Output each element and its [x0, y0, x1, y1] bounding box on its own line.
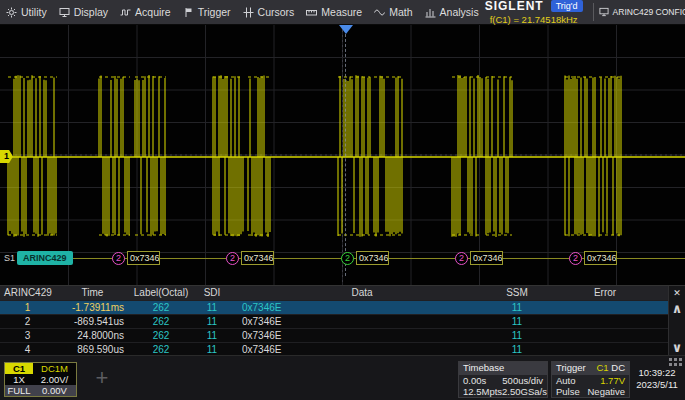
- table-row[interactable]: 1 -1.73911ms 262 11 0x7346E 11: [0, 300, 668, 314]
- trigger-title: Trigger: [556, 362, 586, 375]
- frame-data-value: 0x7346E: [241, 251, 274, 265]
- channel-probe: 1X: [5, 374, 33, 385]
- cell-sdi: 11: [192, 301, 232, 315]
- clock[interactable]: 10:39:22 2023/5/11: [633, 367, 681, 391]
- table-row[interactable]: 3 24.8000ns 262 11 0x7346E 11: [0, 328, 668, 342]
- channel-scale: 2.00V/: [33, 374, 76, 385]
- frame-data-value: 0x7346E: [584, 251, 617, 265]
- utility-gear-icon: [6, 7, 17, 18]
- frequency-counter: f(C1) = 21.74518kHz: [490, 14, 578, 25]
- timebase-box[interactable]: Timebase 0.00s 500us/div 12.5Mpts 2.50GS…: [458, 361, 548, 398]
- decode-source-label: S1: [4, 253, 15, 263]
- cell-sdi: 11: [192, 315, 232, 329]
- menu-label: Cursors: [258, 6, 295, 18]
- cell-time: -1.73911ms: [55, 301, 130, 315]
- menu-measure[interactable]: Measure: [300, 0, 368, 25]
- analysis-chart-icon: [425, 7, 436, 18]
- cell-time: 24.8000ns: [55, 329, 130, 343]
- cell-index: 2: [0, 315, 55, 329]
- channel-coupling: DC1M: [33, 363, 76, 374]
- frame-data-value: 0x7346E: [356, 251, 389, 265]
- frame-data-value: 0x7346E: [127, 251, 160, 265]
- cell-data: 0x7346E: [232, 329, 492, 343]
- col-header-time: Time: [55, 286, 130, 300]
- waveform-grid-svg: [0, 25, 685, 285]
- close-icon[interactable]: ✕: [669, 286, 685, 300]
- decode-frame[interactable]: 20x7346E: [569, 251, 617, 265]
- decode-bus-row: S1 ARINC429 20x7346E20x7346E20x7346E20x7…: [0, 250, 685, 268]
- topbar-right-cluster: SIGLENT Trig'd f(C1) = 21.74518kHz ARINC…: [485, 0, 685, 25]
- menu-display[interactable]: Display: [53, 0, 114, 25]
- decode-frame[interactable]: 20x7346E: [341, 251, 389, 265]
- scroll-down-icon[interactable]: ∨: [669, 341, 685, 355]
- trigger-mode: Auto: [556, 375, 576, 386]
- brand-block: SIGLENT Trig'd f(C1) = 21.74518kHz: [485, 0, 588, 25]
- cell-label: 262: [130, 329, 192, 343]
- table-row[interactable]: 4 869.590us 262 11 0x7346E 11: [0, 342, 668, 356]
- decode-frame[interactable]: 20x7346E: [455, 251, 503, 265]
- col-header-ssm: SSM: [492, 286, 542, 300]
- cell-time: -869.541us: [55, 315, 130, 329]
- menu-label: Display: [74, 6, 108, 18]
- network-grid-icon[interactable]: [669, 358, 682, 368]
- channel-offset: 0.00V: [33, 385, 76, 396]
- cursors-icon: [243, 7, 254, 18]
- decode-frame[interactable]: 20x7346E: [226, 251, 274, 265]
- menu-label: Analysis: [440, 6, 479, 18]
- trigger-coupling: DC: [611, 362, 625, 373]
- frame-badge: 2: [112, 252, 125, 265]
- menu-label: Math: [389, 6, 412, 18]
- channel1-descriptor-box[interactable]: C1 DC1M 1X 2.00V/ FULL 0.00V: [4, 362, 77, 397]
- cell-index: 3: [0, 329, 55, 343]
- menu-analysis[interactable]: Analysis: [419, 0, 485, 25]
- decode-frame[interactable]: 20x7346E: [112, 251, 160, 265]
- col-header-label-octal: Label(Octal): [130, 286, 192, 300]
- frame-badge: 2: [226, 252, 239, 265]
- cell-error: [542, 329, 668, 343]
- cell-data: 0x7346E: [232, 301, 492, 315]
- table-row[interactable]: 2 -869.541us 262 11 0x7346E 11: [0, 314, 668, 328]
- acquire-wave-icon: [120, 7, 131, 18]
- trigger-source: C1: [596, 362, 608, 373]
- menu-label: Measure: [321, 6, 362, 18]
- add-channel-button[interactable]: +: [90, 366, 114, 390]
- menu-trigger[interactable]: Trigger: [177, 0, 237, 25]
- timebase-scale: 500us/div: [502, 375, 543, 386]
- trigger-flag-icon: [183, 7, 194, 18]
- timebase-delay: 0.00s: [463, 375, 486, 386]
- arinc429-config-button[interactable]: ARINC429 CONFIG: [599, 7, 685, 17]
- cell-index: 1: [0, 301, 55, 315]
- decode-bus-label[interactable]: ARINC429: [17, 251, 73, 265]
- timebase-title: Timebase: [463, 362, 504, 375]
- menu-utility[interactable]: Utility: [0, 0, 53, 25]
- scroll-up-icon[interactable]: ∧: [669, 302, 685, 316]
- trigger-slope: Negative: [588, 386, 626, 397]
- trigger-status-badge: Trig'd: [551, 0, 583, 12]
- menu-label: Acquire: [135, 6, 171, 18]
- menu-label: Utility: [21, 6, 47, 18]
- menu-cursors[interactable]: Cursors: [237, 0, 301, 25]
- menu-math[interactable]: Math: [368, 0, 418, 25]
- measure-ruler-icon: [306, 7, 317, 18]
- oscilloscope-screen: Utility Display Acquire Trigger Cursors …: [0, 0, 685, 400]
- table-scrollbar[interactable]: ✕ ∧ ∨: [668, 286, 685, 356]
- decode-table: ARINC429 Time Label(Octal) SDI Data SSM …: [0, 285, 685, 355]
- cell-error: [542, 301, 668, 315]
- frame-badge: 2: [455, 252, 468, 265]
- col-header-arinc429: ARINC429: [0, 286, 55, 300]
- topbar-divider: [593, 3, 594, 21]
- waveform-display[interactable]: 1 S1 ARINC429 20x7346E20x7346E20x7346E20…: [0, 25, 685, 285]
- trigger-position-marker[interactable]: [339, 25, 353, 34]
- menu-label: Trigger: [198, 6, 231, 18]
- config-button-label: ARINC429 CONFIG: [613, 7, 685, 17]
- frame-data-value: 0x7346E: [470, 251, 503, 265]
- trigger-level: 1.77V: [600, 375, 625, 386]
- menu-acquire[interactable]: Acquire: [114, 0, 177, 25]
- col-header-error: Error: [542, 286, 668, 300]
- trigger-type: Pulse: [556, 386, 580, 397]
- timebase-memory: 12.5Mpts: [463, 386, 502, 397]
- siglent-logo: SIGLENT: [485, 0, 544, 13]
- channel-name: C1: [5, 363, 33, 374]
- trigger-box[interactable]: Trigger C1 DC Auto 1.77V Pulse Negative: [551, 361, 630, 398]
- cell-ssm: 11: [492, 329, 542, 343]
